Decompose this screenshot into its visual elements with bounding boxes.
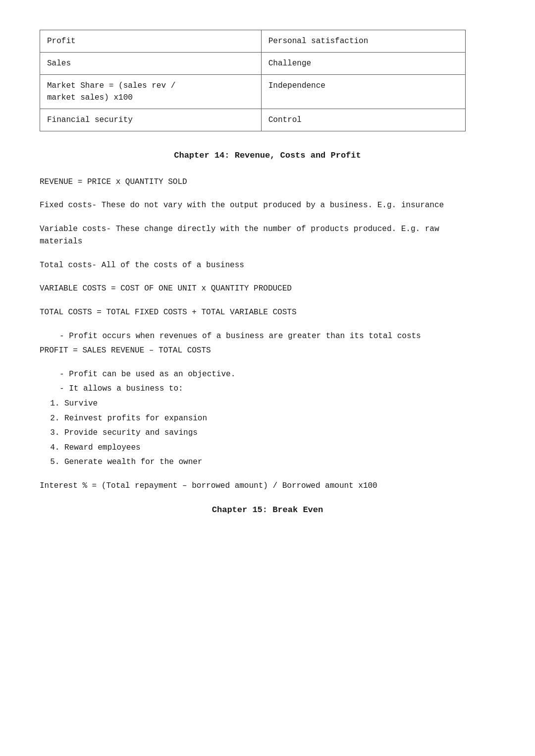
chapter14-heading: Chapter 14: Revenue, Costs and Profit: [40, 149, 495, 162]
table-cell-right: Independence: [261, 75, 465, 109]
numbered-list-item: Provide security and savings: [64, 427, 485, 440]
variable-costs-formula: VARIABLE COSTS = COST OF ONE UNIT x QUAN…: [40, 283, 485, 295]
profit-numbered-list: SurviveReinvest profits for expansionPro…: [64, 398, 485, 469]
revenue-formula: REVENUE = PRICE x QUANTITY SOLD: [40, 176, 485, 189]
table-cell-right: Challenge: [261, 53, 465, 75]
total-costs-text: Total costs- All of the costs of a busin…: [40, 259, 485, 272]
profit-formula: PROFIT = SALES REVENUE – TOTAL COSTS: [40, 345, 485, 357]
interest-formula: Interest % = (Total repayment – borrowed…: [40, 480, 485, 493]
fixed-costs-text: Fixed costs- These do not vary with the …: [40, 199, 485, 212]
table-row: Market Share = (sales rev / market sales…: [40, 75, 466, 109]
table-cell-left: Sales: [40, 53, 262, 75]
profit-bullet1: - Profit can be used as an objective.: [59, 368, 485, 381]
intro-table: ProfitPersonal satisfactionSalesChalleng…: [40, 30, 495, 131]
table-cell-right: Personal satisfaction: [261, 30, 465, 53]
chapter15-heading: Chapter 15: Break Even: [40, 504, 495, 517]
table-row: SalesChallenge: [40, 53, 466, 75]
numbered-list-item: Reinvest profits for expansion: [64, 412, 485, 425]
objectives-table: ProfitPersonal satisfactionSalesChalleng…: [40, 30, 466, 131]
profit-note: - Profit occurs when revenues of a busin…: [59, 330, 485, 343]
table-cell-left: Financial security: [40, 109, 262, 131]
profit-bullets: - Profit can be used as an objective. - …: [40, 368, 485, 469]
numbered-list-item: Generate wealth for the owner: [64, 456, 485, 469]
chapter14-content: REVENUE = PRICE x QUANTITY SOLD Fixed co…: [40, 176, 485, 493]
table-cell-left: Market Share = (sales rev / market sales…: [40, 75, 262, 109]
numbered-list-item: Reward employees: [64, 442, 485, 455]
table-row: Financial securityControl: [40, 109, 466, 131]
table-cell-left: Profit: [40, 30, 262, 53]
profit-bullet2: - It allows a business to:: [59, 383, 485, 396]
variable-costs-text: Variable costs- These change directly wi…: [40, 223, 485, 248]
numbered-list-item: Survive: [64, 398, 485, 410]
table-row: ProfitPersonal satisfaction: [40, 30, 466, 53]
table-cell-right: Control: [261, 109, 465, 131]
total-costs-formula: TOTAL COSTS = TOTAL FIXED COSTS + TOTAL …: [40, 306, 485, 319]
